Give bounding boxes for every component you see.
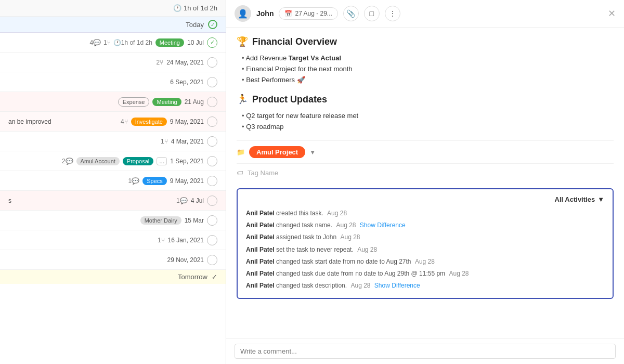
- tag-row: 🏷 Tag Name: [237, 163, 614, 182]
- close-button[interactable]: ✕: [608, 8, 616, 19]
- task-check[interactable]: [207, 235, 217, 245]
- right-panel: 👤 John 📅 27 Aug - 29... 📎 □ ⋮ ✕ 🏆 Financ…: [226, 0, 624, 364]
- task-date: 6 Sep, 2021: [170, 79, 204, 86]
- clip-button[interactable]: 📎: [343, 6, 359, 21]
- comment-input[interactable]: [235, 344, 616, 359]
- bullet-item: Add Revenue Target Vs Actual: [242, 53, 614, 63]
- task-check[interactable]: [207, 156, 217, 166]
- more-button[interactable]: ⋮: [385, 6, 400, 21]
- subtask-icon: 1⑂: [103, 39, 111, 46]
- clock-icon: 🕐: [173, 4, 181, 12]
- task-meta: 4💬 1⑂ 🕐1h of 1d 2h: [89, 39, 152, 46]
- task-check[interactable]: [207, 116, 217, 127]
- activities-chevron[interactable]: ▼: [597, 196, 604, 203]
- task-date: 9 May, 2021: [170, 177, 204, 185]
- activity-user: Anil Patel: [246, 222, 275, 229]
- time-meta: 🕐1h of 1d 2h: [113, 39, 152, 46]
- task-check[interactable]: [207, 97, 217, 107]
- task-left-label: s: [8, 197, 11, 204]
- bullet-item: Financial Project for the next month: [242, 63, 614, 74]
- tag-placeholder[interactable]: Tag Name: [248, 169, 278, 177]
- meeting-badge[interactable]: Meeting: [152, 98, 181, 106]
- show-difference-link[interactable]: Show Difference: [360, 222, 406, 229]
- activity-date: Aug 28: [340, 233, 360, 241]
- project-badge[interactable]: Amul Project: [249, 146, 305, 158]
- task-check[interactable]: [207, 215, 217, 226]
- financial-overview-section: 🏆 Financial Overview Add Revenue Target …: [237, 36, 614, 85]
- task-check[interactable]: [207, 176, 217, 186]
- square-button[interactable]: □: [364, 6, 380, 21]
- task-meta: 1💬: [176, 197, 188, 204]
- runner-emoji: 🏃: [237, 94, 248, 105]
- product-updates-list: Q2 target for new feature release met Q3…: [237, 110, 614, 132]
- task-row: an be improved 4⑂ Investigate 9 May, 202…: [0, 112, 226, 132]
- date-range-text: 27 Aug - 29...: [295, 10, 332, 17]
- task-date: 24 May, 2021: [166, 59, 204, 66]
- show-difference-link-2[interactable]: Show Difference: [374, 282, 420, 289]
- activity-date: Aug 28: [449, 270, 469, 277]
- task-row: Expense Meeting 21 Aug: [0, 92, 226, 112]
- task-row: s 1💬 4 Jul: [0, 191, 226, 211]
- activity-action: changed task start date from no date to …: [276, 258, 411, 265]
- product-updates-text: Product Updates: [252, 94, 327, 105]
- left-header: 🕐 1h of 1d 2h: [0, 0, 226, 17]
- task-date: 4 Mar, 2021: [171, 138, 204, 145]
- trophy-emoji: 🏆: [237, 36, 248, 47]
- activity-line: Anil Patel created this task. Aug 28: [246, 207, 604, 219]
- task-meta: 4⑂: [121, 118, 128, 125]
- activity-line: Anil Patel changed task description. Aug…: [246, 280, 604, 292]
- tomorrow-check[interactable]: ✓: [212, 273, 217, 281]
- tag-icon: 🏷: [237, 169, 243, 177]
- activity-user: Anil Patel: [246, 246, 275, 253]
- more-icon: ⋮: [389, 9, 396, 18]
- tomorrow-section-header: Tomorrow ✓: [0, 270, 226, 284]
- avatar: 👤: [235, 5, 251, 22]
- meeting-badge[interactable]: Meeting: [155, 38, 184, 47]
- financial-overview-list: Add Revenue Target Vs Actual Financial P…: [237, 53, 614, 85]
- amul-account-badge[interactable]: Amul Account: [76, 157, 120, 165]
- task-row: 1⑂ 16 Jan, 2021: [0, 230, 226, 250]
- task-row: 1⑂ 4 Mar, 2021: [0, 132, 226, 151]
- specs-badge[interactable]: Specs: [142, 177, 167, 185]
- activity-date: Aug 28: [327, 210, 347, 217]
- bold-text: Target Vs Actual: [289, 54, 341, 62]
- comment-count: 4💬: [89, 39, 101, 46]
- avatar-icon: 👤: [238, 9, 248, 19]
- task-check[interactable]: ✓: [207, 37, 217, 48]
- task-date: 1 Sep, 2021: [170, 158, 204, 165]
- mother-dairy-badge[interactable]: Mother Dairy: [140, 216, 181, 225]
- project-chevron[interactable]: ▼: [309, 149, 316, 156]
- activity-date: Aug 28: [415, 258, 435, 265]
- date-range-badge[interactable]: 📅 27 Aug - 29...: [279, 7, 337, 20]
- all-activities-label: All Activities: [555, 196, 595, 203]
- task-date: 4 Jul: [191, 197, 204, 204]
- task-meta: 1💬: [128, 177, 140, 185]
- activity-date: Aug 28: [336, 222, 356, 229]
- activity-action: created this task.: [276, 210, 323, 217]
- task-check[interactable]: [207, 57, 217, 68]
- today-check[interactable]: ✓: [208, 20, 217, 29]
- activity-date: Aug 28: [350, 282, 370, 289]
- folder-icon: 📁: [237, 148, 245, 156]
- task-row: 29 Nov, 2021: [0, 250, 226, 270]
- task-check[interactable]: [207, 136, 217, 147]
- project-row: 📁 Amul Project ▼: [237, 140, 614, 163]
- clip-icon: 📎: [346, 9, 355, 18]
- task-meta: 2⑂: [156, 59, 163, 66]
- investigate-badge[interactable]: Investigate: [131, 118, 167, 126]
- expense-badge[interactable]: Expense: [118, 97, 150, 107]
- today-label: Today: [186, 21, 204, 29]
- task-meta: 2💬: [62, 158, 73, 165]
- task-left-label: an be improved: [8, 118, 51, 125]
- task-check[interactable]: [207, 77, 217, 87]
- task-date: 15 Mar: [185, 217, 204, 224]
- task-meta: 1⑂: [161, 138, 168, 145]
- activity-action: changed task description.: [276, 282, 347, 289]
- task-check[interactable]: [207, 196, 217, 206]
- more-badge[interactable]: ...: [157, 157, 167, 165]
- task-check[interactable]: [207, 255, 217, 265]
- task-row: Mother Dairy 15 Mar: [0, 211, 226, 230]
- activity-user: Anil Patel: [246, 233, 275, 241]
- proposal-badge[interactable]: Proposal: [123, 157, 153, 165]
- task-date: 29 Nov, 2021: [167, 256, 204, 264]
